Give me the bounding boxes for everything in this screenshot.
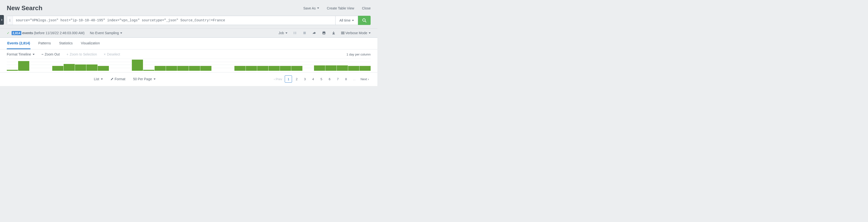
timeline-bar[interactable] [155, 66, 166, 71]
per-page-label: 50 Per Page [133, 77, 152, 81]
share-button[interactable] [312, 31, 316, 34]
chevron-down-icon [33, 54, 35, 55]
mode-label: Verbose Mode [345, 31, 367, 35]
zoom-to-selection-label: Zoom to Selection [70, 52, 97, 56]
format-results-button[interactable]: Format [111, 77, 125, 81]
timeline-bar[interactable] [177, 66, 188, 71]
event-timeline-chart[interactable] [7, 59, 371, 71]
export-button[interactable] [332, 31, 336, 35]
timeline-bar[interactable] [7, 70, 18, 71]
page-2-button[interactable]: 2 [293, 75, 300, 83]
event-count-label: events [21, 31, 33, 35]
results-footer: List Format 50 Per Page ‹ Prev12345678..… [0, 72, 377, 86]
svg-rect-4 [303, 32, 306, 34]
stop-icon [303, 31, 306, 34]
search-line-number: 1 [7, 16, 13, 25]
pagination: ‹ Prev12345678...Next › [272, 75, 371, 83]
search-input[interactable]: source="VPNlogs.json" host="ip-10-10-40-… [13, 16, 335, 25]
search-row: 1 source="VPNlogs.json" host="ip-10-10-4… [0, 16, 377, 28]
chevron-down-icon [101, 79, 103, 80]
page-ellipsis: ... [350, 75, 358, 83]
mode-selector[interactable]: Verbose Mode [341, 31, 371, 35]
zoom-to-selection-button: + Zoom to Selection [66, 52, 97, 56]
timeline-bar[interactable] [166, 66, 177, 71]
prev-page-button: ‹ Prev [272, 75, 284, 83]
timeline-bar[interactable] [348, 66, 359, 71]
list-view-button[interactable]: List [94, 77, 103, 81]
minus-icon: − [41, 52, 43, 56]
page-8-button[interactable]: 8 [342, 75, 349, 83]
timeline-toolbar: Format Timeline − Zoom Out + Zoom to Sel… [0, 50, 377, 59]
timeline-bar[interactable] [235, 66, 246, 71]
next-page-button[interactable]: Next › [359, 75, 371, 83]
page-1-button[interactable]: 1 [285, 75, 292, 83]
format-timeline-button[interactable]: Format Timeline [7, 52, 35, 56]
timeline-bar[interactable] [18, 61, 29, 71]
tab-visualization[interactable]: Visualization [80, 38, 100, 49]
close-icon: × [104, 52, 106, 56]
results-tabs: Events (2,814)PatternsStatisticsVisualiz… [0, 38, 377, 50]
timeline-bar[interactable] [246, 66, 257, 71]
create-table-view-button[interactable]: Create Table View [327, 6, 354, 10]
pause-icon [293, 31, 296, 34]
chevron-down-icon [352, 20, 354, 21]
page-5-button[interactable]: 5 [318, 75, 325, 83]
timeline-bar[interactable] [337, 65, 348, 71]
svg-rect-12 [341, 34, 344, 34]
page-7-button[interactable]: 7 [334, 75, 341, 83]
per-page-button[interactable]: 50 Per Page [133, 77, 156, 81]
tab-patterns[interactable]: Patterns [38, 38, 51, 49]
page-title: New Search [7, 4, 42, 12]
chevron-down-icon [369, 32, 371, 34]
svg-rect-10 [341, 32, 344, 32]
timeline-bar[interactable] [360, 66, 371, 71]
page-4-button[interactable]: 4 [309, 75, 317, 83]
format-results-label: Format [115, 77, 125, 81]
save-as-button[interactable]: Save As [303, 6, 319, 10]
format-timeline-label: Format Timeline [7, 52, 31, 56]
time-range-picker[interactable]: All time [335, 16, 358, 25]
timeline-bar[interactable] [200, 66, 211, 71]
plus-icon: + [66, 52, 68, 56]
deselect-button: × Deselect [104, 52, 120, 56]
pencil-icon [111, 78, 114, 80]
zoom-out-button[interactable]: − Zoom Out [41, 52, 60, 56]
timeline-bar[interactable] [52, 66, 63, 71]
chevron-down-icon [285, 32, 287, 34]
pause-button [293, 31, 297, 34]
timeline-bar[interactable] [132, 60, 143, 71]
status-bar: ✓ 2,814 events (before 11/16/22 2:46:03.… [0, 28, 377, 37]
timeline-bar[interactable] [98, 66, 109, 71]
check-icon: ✓ [7, 31, 10, 35]
event-time-note: (before 11/16/22 2:46:03.000 AM) [34, 31, 85, 35]
timeline-bar[interactable] [314, 65, 325, 71]
page-3-button[interactable]: 3 [301, 75, 308, 83]
timeline-bar[interactable] [86, 64, 97, 71]
timeline-bar[interactable] [143, 70, 154, 71]
deselect-label: Deselect [107, 52, 120, 56]
timeline-bar[interactable] [257, 66, 268, 71]
svg-rect-5 [323, 31, 325, 32]
timeline-bar[interactable] [189, 66, 200, 71]
timeline-bar[interactable] [291, 66, 302, 71]
run-search-button[interactable] [358, 16, 371, 25]
download-icon [332, 31, 335, 35]
timeline-bar[interactable] [326, 65, 337, 71]
share-icon [313, 31, 316, 34]
timeline-bar[interactable] [64, 64, 75, 71]
header: New Search Save As Create Table View Clo… [0, 0, 377, 16]
svg-rect-2 [294, 32, 294, 34]
page-6-button[interactable]: 6 [326, 75, 333, 83]
side-panel-expander[interactable] [0, 15, 4, 25]
timeline-bar[interactable] [75, 64, 86, 71]
timeline-bar[interactable] [269, 66, 280, 71]
event-sampling-button[interactable]: No Event Sampling [90, 31, 122, 35]
tab-statistics[interactable]: Statistics [59, 38, 73, 49]
timeline-bar[interactable] [280, 66, 291, 71]
search-icon [362, 18, 367, 23]
svg-point-0 [363, 19, 365, 21]
print-button[interactable] [322, 31, 326, 35]
job-menu-button[interactable]: Job [278, 31, 287, 35]
tab-events[interactable]: Events (2,814) [7, 38, 30, 49]
close-button[interactable]: Close [362, 6, 371, 10]
